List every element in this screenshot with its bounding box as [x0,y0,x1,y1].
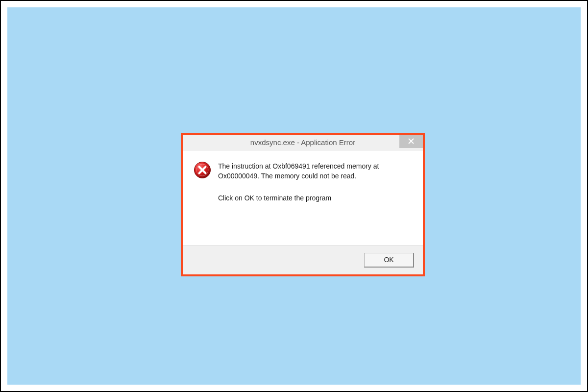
message-line-1: The instruction at Oxbf069491 referenced… [218,161,412,181]
close-icon [408,137,414,146]
dialog-content: The instruction at Oxbf069491 referenced… [183,150,423,245]
dialog-message: The instruction at Oxbf069491 referenced… [218,161,412,234]
ok-button[interactable]: OK [364,253,414,268]
desktop-background: nvxdsync.exe - Application Error [7,7,581,385]
error-icon [194,161,211,179]
message-line-2: Click on OK to terminate the program [218,193,412,203]
dialog-button-area: OK [183,245,423,274]
close-button[interactable] [399,135,423,148]
dialog-titlebar[interactable]: nvxdsync.exe - Application Error [183,135,423,150]
dialog-title: nvxdsync.exe - Application Error [250,138,355,147]
error-dialog: nvxdsync.exe - Application Error [183,135,423,274]
dialog-highlight-frame: nvxdsync.exe - Application Error [181,133,425,276]
